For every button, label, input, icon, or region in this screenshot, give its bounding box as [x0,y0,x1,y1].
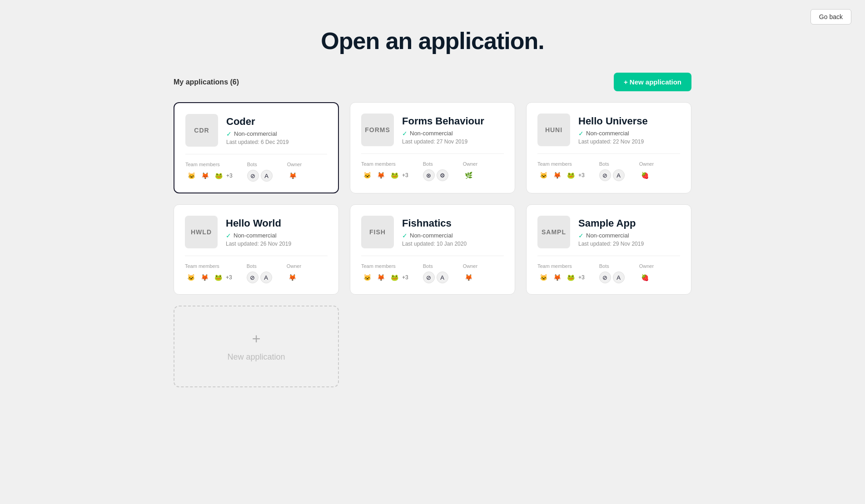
team-member-avatar: 🦊 [375,272,387,283]
license-badge: ✓ Non-commercial [578,232,644,239]
last-updated: Last updated: 10 Jan 2020 [402,241,467,247]
owner-section: Owner 🦊 [463,263,477,283]
card-top: HWLD Hello World ✓ Non-commercial Last u… [185,216,328,248]
owner-label: Owner [639,161,654,167]
bot-icon: A [613,272,625,283]
license-text: Non-commercial [410,232,453,239]
add-plus-icon: + [252,331,261,346]
app-info: Coder ✓ Non-commercial Last updated: 6 D… [226,116,288,145]
bot-icon: ⊘ [247,272,259,283]
team-members-label: Team members [361,161,408,167]
team-members-label: Team members [185,263,232,269]
app-info: Hello World ✓ Non-commercial Last update… [226,217,291,247]
owner-avatar: 🦊 [287,272,298,283]
bot-icon: A [261,170,273,182]
team-member-avatar: 🦊 [375,169,387,181]
go-back-button[interactable]: Go back [810,9,851,25]
card-divider [361,153,504,154]
app-card-sampl[interactable]: SAMPL Sample App ✓ Non-commercial Last u… [526,204,691,295]
last-updated: Last updated: 22 Nov 2019 [578,138,648,145]
owner-avatar-container: 🍓 [639,272,654,283]
check-icon: ✓ [226,232,231,239]
team-member-avatar: 🐸 [213,170,224,182]
owner-avatar: 🦊 [463,272,475,283]
bots-label: Bots [599,263,625,269]
card-top: HUNI Hello Universe ✓ Non-commercial Las… [537,114,680,146]
team-member-avatar: 🦊 [551,169,563,181]
bots-label: Bots [423,161,448,167]
card-divider [185,256,328,256]
owner-avatar-container: 🍓 [639,169,654,181]
app-name: Fishnatics [402,217,467,229]
bots-icons: ⊘A [423,272,448,283]
team-members-label: Team members [537,161,585,167]
add-application-card[interactable]: + New application [174,306,339,387]
bots-section: Bots ⊘A [599,161,625,181]
team-members-section: Team members 🐱🦊🐸 +3 [185,263,232,283]
team-members-section: Team members 🐱🦊🐸 +3 [537,161,585,181]
app-info: Sample App ✓ Non-commercial Last updated… [578,217,644,247]
license-badge: ✓ Non-commercial [226,232,291,239]
app-icon: SAMPL [537,216,570,248]
app-icon: HWLD [185,216,218,248]
app-icon: CDR [185,114,218,147]
team-member-avatar: 🦊 [199,272,210,283]
team-members-section: Team members 🐱🦊🐸 +3 [361,263,408,283]
bots-section: Bots ⊘A [423,263,448,283]
owner-avatar: 🦊 [287,170,299,182]
team-member-avatar: 🐱 [185,272,197,283]
card-top: CDR Coder ✓ Non-commercial Last updated:… [185,114,327,147]
team-members-count: +3 [226,173,233,179]
app-name: Hello World [226,217,291,229]
bot-icon: ⊛ [423,169,435,181]
app-info: Forms Behaviour ✓ Non-commercial Last up… [402,115,484,145]
owner-section: Owner 🦊 [287,263,301,283]
bots-icons: ⊘A [599,272,625,283]
team-member-avatar: 🦊 [551,272,563,283]
bot-icon: ⊘ [247,170,259,182]
check-icon: ✓ [578,130,584,137]
card-top: FORMS Forms Behaviour ✓ Non-commercial L… [361,114,504,146]
license-text: Non-commercial [586,232,629,239]
owner-avatar-container: 🦊 [463,272,477,283]
team-member-avatar: 🐱 [537,169,549,181]
card-top: SAMPL Sample App ✓ Non-commercial Last u… [537,216,680,248]
owner-section: Owner 🍓 [639,263,654,283]
bots-icons: ⊘A [247,272,272,283]
bots-section: Bots ⊘A [247,162,273,182]
team-member-avatars: 🐱🦊🐸 +3 [185,272,232,283]
app-name: Hello Universe [578,115,648,127]
app-info: Fishnatics ✓ Non-commercial Last updated… [402,217,467,247]
owner-label: Owner [463,161,477,167]
app-icon: FORMS [361,114,394,146]
card-meta: Team members 🐱🦊🐸 +3 Bots ⊘A Owner 🍓 [537,161,680,181]
page-title: Open an application. [0,0,865,73]
bots-label: Bots [247,263,272,269]
owner-section: Owner 🦊 [287,162,302,182]
app-icon: HUNI [537,114,570,146]
last-updated: Last updated: 29 Nov 2019 [578,241,644,247]
app-card-hwld[interactable]: HWLD Hello World ✓ Non-commercial Last u… [174,204,339,295]
license-text: Non-commercial [234,232,277,239]
team-members-section: Team members 🐱🦊🐸 +3 [185,162,233,182]
app-name: Coder [226,116,288,128]
new-application-button[interactable]: + New application [614,73,691,91]
app-card-coder[interactable]: CDR Coder ✓ Non-commercial Last updated:… [174,102,339,193]
bots-icons: ⊘A [247,170,273,182]
app-card-fish[interactable]: FISH Fishnatics ✓ Non-commercial Last up… [350,204,515,295]
owner-label: Owner [639,263,654,269]
bots-icons: ⊘A [599,169,625,181]
card-meta: Team members 🐱🦊🐸 +3 Bots ⊛⚙ Owner 🌿 [361,161,504,181]
check-icon: ✓ [578,232,584,239]
license-text: Non-commercial [234,130,277,137]
owner-section: Owner 🌿 [463,161,477,181]
app-name: Forms Behaviour [402,115,484,127]
team-members-count: +3 [402,274,408,281]
bot-icon: A [613,169,625,181]
team-members-section: Team members 🐱🦊🐸 +3 [537,263,585,283]
card-meta: Team members 🐱🦊🐸 +3 Bots ⊘A Owner 🦊 [361,263,504,283]
app-card-huni[interactable]: HUNI Hello Universe ✓ Non-commercial Las… [526,102,691,193]
app-card-forms[interactable]: FORMS Forms Behaviour ✓ Non-commercial L… [350,102,515,193]
owner-label: Owner [287,263,301,269]
check-icon: ✓ [226,130,232,138]
